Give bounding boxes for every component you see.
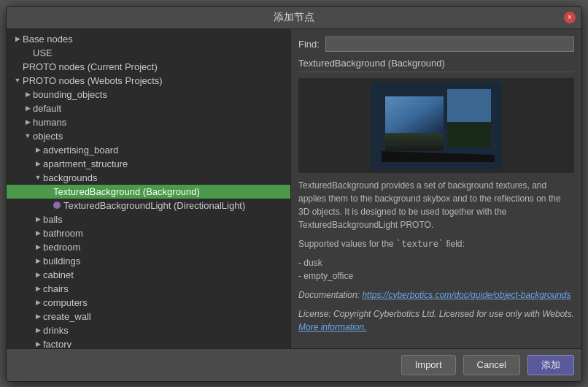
add-button[interactable]: 添加: [527, 355, 574, 375]
tree-item-label: advertising_board: [43, 145, 118, 156]
tree-item[interactable]: ▶ apartment_structure: [7, 157, 290, 171]
preview-svg: [371, 82, 502, 169]
tree-item[interactable]: ▶ default: [7, 101, 290, 115]
desc-doc: Documentation: https://cyberbotics.com/d…: [298, 288, 574, 302]
preview-area: [298, 78, 574, 173]
expand-arrow: ▼: [23, 132, 33, 139]
tree-item[interactable]: ▼ backgrounds: [7, 171, 290, 185]
tree-panel[interactable]: ▶ Base nodes USE PROTO nodes (Current Pr…: [7, 29, 291, 348]
tree-item[interactable]: ▶ cabinet: [7, 268, 290, 282]
expand-arrow: ▶: [23, 118, 33, 126]
tree-item-label: computers: [43, 297, 88, 308]
find-row: Find:: [298, 37, 574, 52]
tree-item-label: objects: [33, 131, 63, 142]
tree-item[interactable]: ▶ drinks: [7, 323, 290, 337]
tree-item-label: humans: [33, 117, 66, 128]
tree-item[interactable]: ▶ buildings: [7, 254, 290, 268]
expand-arrow: ▶: [33, 299, 43, 306]
expand-arrow: ▶: [33, 160, 43, 167]
expand-arrow: ▶: [33, 215, 43, 223]
tree-item[interactable]: ▶ balls: [7, 212, 290, 226]
tree-item-label: cabinet: [43, 269, 74, 280]
tree-item[interactable]: ▶ computers: [7, 296, 290, 310]
doc-link[interactable]: https://cyberbotics.com/doc/guide/object…: [362, 290, 570, 300]
tree-item-textured-background[interactable]: TexturedBackground (Background): [7, 185, 290, 199]
tree-item-label: backgrounds: [43, 172, 97, 183]
find-label: Find:: [298, 39, 320, 50]
expand-arrow: ▶: [33, 229, 43, 237]
tree-item[interactable]: ▶ humans: [7, 115, 290, 129]
tree-item[interactable]: ▼ objects: [7, 129, 290, 143]
find-input[interactable]: [325, 37, 574, 52]
desc-values: - dusk - empty_office: [298, 256, 574, 283]
expand-arrow: ▶: [33, 257, 43, 264]
tree-item-label: TexturedBackground (Background): [53, 186, 200, 197]
dialog-title: 添加节点: [274, 11, 314, 24]
desc-license: License: Copyright Cyberbotics Ltd. Lice…: [298, 307, 574, 334]
tree-item-label: apartment_structure: [43, 158, 128, 169]
expand-arrow: ▶: [33, 146, 43, 153]
cancel-button[interactable]: Cancel: [463, 355, 520, 375]
tree-item-label: Base nodes: [23, 34, 73, 45]
dialog-body: ▶ Base nodes USE PROTO nodes (Current Pr…: [7, 29, 581, 348]
tree-item[interactable]: USE: [7, 46, 290, 60]
tree-item[interactable]: ▶ factory: [7, 337, 290, 348]
more-info-link[interactable]: More information.: [298, 322, 366, 332]
tree-item-textured-background-light[interactable]: TexturedBackgroundLight (DirectionalLigh…: [7, 199, 290, 212]
tree-item-label: PROTO nodes (Webots Projects): [23, 75, 163, 86]
tree-item-label: bathroom: [43, 228, 83, 239]
tree-item-label: drinks: [43, 325, 69, 336]
dialog-footer: Import Cancel 添加: [7, 348, 581, 381]
add-node-dialog: 添加节点 × ▶ Base nodes USE PROTO nodes (Cur…: [6, 6, 582, 382]
right-panel: Find: TexturedBackground (Background): [291, 29, 581, 348]
tree-item[interactable]: ▼ PROTO nodes (Webots Projects): [7, 74, 290, 88]
close-icon: ×: [568, 14, 572, 21]
expand-arrow: ▼: [33, 174, 43, 181]
tree-item-label: USE: [33, 47, 53, 58]
expand-arrow: ▶: [33, 243, 43, 250]
tree-item[interactable]: PROTO nodes (Current Project): [7, 60, 290, 74]
tree-item[interactable]: ▶ create_wall: [7, 310, 290, 323]
dot-icon: [53, 202, 61, 209]
expand-arrow: ▼: [12, 77, 23, 84]
tree-item-label: balls: [43, 214, 63, 225]
tree-item[interactable]: ▶ Base nodes: [7, 32, 290, 46]
import-button[interactable]: Import: [401, 355, 456, 375]
title-bar: 添加节点 ×: [7, 7, 581, 29]
tree-item[interactable]: ▶ bedroom: [7, 240, 290, 254]
expand-arrow: ▶: [23, 104, 33, 112]
tree-item-label: buildings: [43, 256, 80, 267]
desc-supported: Supported values for the `texture` field…: [298, 237, 574, 250]
expand-arrow: ▶: [12, 35, 23, 42]
expand-arrow: ▶: [33, 326, 43, 334]
tree-item-label: chairs: [43, 283, 69, 294]
tree-item[interactable]: ▶ chairs: [7, 282, 290, 296]
svg-rect-5: [447, 89, 491, 122]
expand-arrow: ▶: [33, 340, 43, 348]
close-button[interactable]: ×: [564, 12, 576, 23]
desc-main: TexturedBackground provides a set of bac…: [298, 179, 574, 231]
tree-item-label: factory: [43, 339, 71, 348]
expand-arrow: ▶: [23, 91, 33, 98]
tree-item-label: TexturedBackgroundLight (DirectionalLigh…: [63, 200, 245, 211]
expand-arrow: ▶: [33, 313, 43, 320]
node-title: TexturedBackground (Background): [298, 58, 574, 72]
tree-item-label: bounding_objects: [33, 89, 107, 100]
description-area: TexturedBackground provides a set of bac…: [298, 179, 574, 341]
tree-item[interactable]: ▶ bounding_objects: [7, 88, 290, 101]
tree-item[interactable]: ▶ advertising_board: [7, 143, 290, 157]
tree-item-label: bedroom: [43, 242, 80, 253]
tree-item[interactable]: ▶ bathroom: [7, 226, 290, 240]
svg-rect-6: [447, 122, 491, 147]
expand-arrow: ▶: [33, 271, 43, 278]
svg-rect-3: [385, 133, 444, 151]
tree-item-label: PROTO nodes (Current Project): [23, 61, 158, 72]
tree-item-label: default: [33, 103, 61, 114]
tree-item-label: create_wall: [43, 311, 91, 322]
expand-arrow: ▶: [33, 285, 43, 292]
